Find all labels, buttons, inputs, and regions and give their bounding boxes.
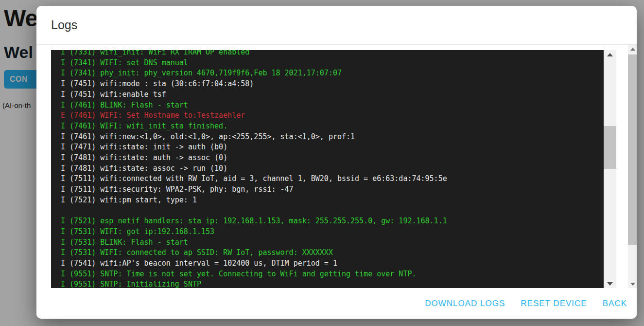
log-line: I (7451) wifi:enable tsf [61, 90, 604, 100]
log-line: I (7521) wifi:pm start, type: 1 [61, 195, 604, 206]
dialog-header: Logs [36, 6, 637, 45]
dialog-scrollbar-thumb[interactable] [628, 54, 637, 245]
log-line: I (7531) BLINK: Flash - start [61, 237, 604, 248]
log-line: I (7471) wifi:state: init -> auth (b0) [61, 142, 604, 153]
log-line: E (7461) WIFI: Set Hostname to:Testzaehl… [61, 110, 604, 121]
log-line: I (7451) wifi:mode : sta (30:c6:f7:04:a4… [61, 79, 604, 90]
dialog-scroll-up-button[interactable] [628, 45, 637, 53]
log-line: I (7531) WIFI: got ip:192.168.1.153 [61, 227, 604, 237]
back-button[interactable]: BACK [603, 299, 627, 308]
dialog-footer: DOWNLOAD LOGS RESET DEVICE BACK [36, 288, 637, 319]
log-line: I (9551) SNTP: Initializing SNTP [61, 279, 604, 288]
triangle-up-icon [607, 53, 613, 56]
log-line: I (7461) WIFI: wifi_init_sta finished. [61, 121, 604, 132]
reset-device-button[interactable]: RESET DEVICE [521, 299, 587, 308]
log-line: I (7511) wifi:connected with RW IoT, aid… [61, 174, 604, 184]
log-scrollbar[interactable] [604, 50, 616, 288]
log-content: I (7331) wifi_init: WiFi RX IRAM OP enab… [51, 50, 604, 288]
dialog-scrollbar[interactable] [628, 45, 637, 288]
log-terminal[interactable]: I (7331) wifi_init: WiFi RX IRAM OP enab… [51, 50, 616, 288]
log-line: I (7341) WIFI: set DNS manual [61, 58, 604, 69]
log-line: I (7331) wifi_init: WiFi RX IRAM OP enab… [61, 50, 604, 58]
logs-dialog: Logs I (7331) wifi_init: WiFi RX IRAM OP… [36, 6, 637, 319]
log-line: I (7481) wifi:state: assoc -> run (10) [61, 163, 604, 174]
log-line [61, 206, 604, 217]
log-line: I (7531) WIFI: connected to ap SSID: RW … [61, 248, 604, 258]
dialog-scroll-down-button[interactable] [628, 280, 637, 288]
log-line: I (9551) SNTP: Time is not set yet. Conn… [61, 269, 604, 280]
triangle-down-icon [630, 283, 635, 286]
log-line: I (7461) BLINK: Flash - start [61, 100, 604, 111]
log-scrollbar-thumb[interactable] [604, 126, 616, 169]
download-logs-button[interactable]: DOWNLOAD LOGS [425, 299, 505, 308]
triangle-down-icon [607, 282, 613, 286]
scroll-up-button[interactable] [604, 50, 616, 59]
log-line: I (7341) phy_init: phy_version 4670,719f… [61, 68, 604, 79]
log-line: I (7511) wifi:security: WPA2-PSK, phy: b… [61, 184, 604, 195]
log-line: I (7541) wifi:AP's beacon interval = 102… [61, 258, 604, 269]
log-line: I (7481) wifi:state: auth -> assoc (0) [61, 153, 604, 163]
log-line: I (7461) wifi:new:<1,0>, old:<1,0>, ap:<… [61, 132, 604, 143]
dialog-title: Logs [51, 18, 77, 32]
scroll-down-button[interactable] [604, 279, 616, 288]
triangle-up-icon [630, 48, 635, 51]
log-line: I (7521) esp_netif_handlers: sta ip: 192… [61, 216, 604, 227]
